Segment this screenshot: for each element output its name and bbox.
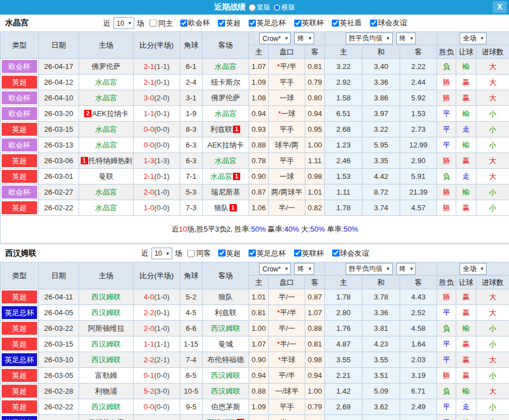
ah-home-odds: 0.81 bbox=[249, 305, 269, 321]
eu-home-odds: 2.69 bbox=[325, 399, 363, 415]
handicap-result: 走 bbox=[456, 169, 476, 184]
ah-home-odds: 1.07 bbox=[249, 336, 269, 352]
avg-odds-select[interactable]: 胜平负均值▼ bbox=[346, 33, 393, 44]
close-button[interactable]: X bbox=[493, 1, 507, 13]
competition-checkbox-input[interactable] bbox=[249, 19, 256, 26]
col-header-type: 类型 bbox=[1, 262, 39, 289]
fulltime-score: 1-0 bbox=[144, 204, 154, 212]
avg-final-select[interactable]: 终▼ bbox=[396, 263, 416, 275]
competition-checkbox[interactable]: 球会友谊 bbox=[366, 18, 407, 28]
wdl-result: 平 bbox=[437, 352, 456, 368]
scope-select[interactable]: 全场▼ bbox=[460, 263, 487, 275]
ah-away-odds: 0.79 bbox=[305, 75, 325, 90]
radio-horizontal-layout[interactable]: 横版 bbox=[273, 3, 295, 12]
away-team: 狼队 bbox=[203, 289, 249, 305]
col-header-wdl: 胜负 bbox=[437, 45, 456, 59]
away-team: 水晶宫 bbox=[203, 153, 249, 169]
odds-source-select[interactable]: Crow*▼ bbox=[259, 33, 291, 44]
competition-checkbox-input[interactable] bbox=[218, 250, 226, 257]
wdl-result: 勝 bbox=[437, 153, 456, 169]
ah-away-odds: 1.01 bbox=[305, 184, 325, 200]
avg-odds-select[interactable]: 胜平负均值▼ bbox=[346, 263, 393, 275]
competition-checkbox[interactable]: 英足总杯 bbox=[245, 248, 286, 258]
eu-home-odds: 2.80 bbox=[325, 305, 363, 321]
competition-checkbox-input[interactable] bbox=[332, 19, 340, 26]
fulltime-score: 0-0 bbox=[144, 141, 154, 149]
match-date: 26-03-13 bbox=[39, 137, 79, 153]
eu-draw-odds: 3.55 bbox=[363, 352, 400, 368]
competition-checkbox-input[interactable] bbox=[294, 250, 301, 257]
ah-home-odds: 0.90 bbox=[249, 352, 269, 368]
result-header: 全场▼ bbox=[437, 262, 509, 276]
halftime-score: (0-0) bbox=[154, 141, 169, 149]
competition-checkbox-input[interactable] bbox=[294, 19, 301, 26]
eu-away-odds: 5.91 bbox=[400, 169, 437, 184]
home-team: 保顿艾尔宾 bbox=[79, 415, 134, 420]
competition-filters: 英超 英足总杯 英联杯 球会友谊 bbox=[212, 248, 369, 259]
matches-label: 场 bbox=[175, 248, 182, 259]
competition-checkbox[interactable]: 球会友谊 bbox=[328, 248, 369, 258]
odds-source-select[interactable]: Crow*▼ bbox=[259, 263, 291, 275]
competition-checkbox[interactable]: 英足总杯 bbox=[245, 18, 286, 28]
scope-select[interactable]: 全场▼ bbox=[460, 33, 487, 44]
match-row: 欧会杯 26-04-17 佛罗伦萨 2-1(1-1) 6-1 水晶宫 1.07 … bbox=[1, 59, 509, 75]
odds-final-select[interactable]: 终▼ bbox=[294, 263, 314, 275]
eu-draw-odds: 3.51 bbox=[363, 368, 400, 384]
competition-checkbox-input[interactable] bbox=[370, 19, 377, 26]
match-date: 26-03-05 bbox=[39, 368, 79, 384]
competition-checkbox[interactable]: 英联杯 bbox=[290, 18, 324, 28]
competition-cell: 英超 bbox=[1, 153, 39, 169]
competition-cell: 英超 bbox=[1, 200, 39, 216]
radio-horizontal-input[interactable] bbox=[273, 4, 281, 11]
competition-checkbox[interactable]: 英社盾 bbox=[328, 18, 362, 28]
same-home-checkbox[interactable]: 同主 bbox=[145, 18, 174, 28]
competition-badge: 英超 bbox=[2, 400, 37, 413]
competition-label: 英超 bbox=[226, 18, 241, 28]
match-row: 英超 26-02-22 水晶宫 1-0(0-0) 7-3 狼队1 1.06 半/… bbox=[1, 200, 509, 216]
wdl-result: 平 bbox=[437, 415, 456, 420]
competition-checkbox[interactable]: 英超 bbox=[214, 18, 241, 28]
competition-label: 英足总杯 bbox=[256, 248, 286, 258]
score-cell: 4-0(1-0) bbox=[134, 289, 180, 305]
goals-result: 大 bbox=[476, 305, 509, 321]
competition-checkbox[interactable]: 英超 bbox=[214, 248, 241, 258]
match-row: 英足总杯 26-04-05 西汉姆联 2-2(0-1) 4-5 利兹联 0.81… bbox=[1, 305, 509, 321]
halftime-score: (1-1) bbox=[154, 340, 169, 348]
handicap-result: 輸 bbox=[456, 106, 476, 122]
same-away-checkbox[interactable]: 同客 bbox=[184, 248, 212, 259]
competition-label: 英联杯 bbox=[302, 248, 324, 258]
competition-checkbox-input[interactable] bbox=[218, 19, 226, 26]
avg-final-select[interactable]: 终▼ bbox=[396, 33, 416, 44]
match-row: 英超 26-03-06 1托特纳姆热刺 1-3(1-3) 6-3 水晶宫 0.7… bbox=[1, 153, 509, 169]
competition-checkbox-input[interactable] bbox=[180, 19, 187, 26]
same-away-checkbox-input[interactable] bbox=[187, 250, 195, 257]
eu-away-odds: 12.99 bbox=[400, 137, 437, 153]
eu-draw-odds: 5.95 bbox=[363, 137, 400, 153]
score-cell: 2-1(0-1) bbox=[134, 75, 180, 90]
competition-checkbox[interactable]: 欧会杯 bbox=[176, 18, 210, 28]
ah-home-odds: 1.01 bbox=[249, 289, 269, 305]
score-cell: 2-1(1-1) bbox=[134, 59, 180, 75]
competition-checkbox-input[interactable] bbox=[332, 250, 340, 257]
corners-cell: 5-2 bbox=[180, 289, 203, 305]
corners-cell: 8-3 bbox=[180, 122, 203, 137]
match-count-select[interactable]: 10 ▼ bbox=[113, 17, 134, 29]
match-count-select[interactable]: 10 ▼ bbox=[151, 247, 172, 259]
same-home-checkbox-input[interactable] bbox=[149, 20, 157, 27]
fulltime-score: 2-1 bbox=[144, 78, 154, 86]
home-team: 西汉姆联 bbox=[79, 352, 134, 368]
away-team: 西汉姆联1 bbox=[203, 415, 249, 420]
odds-final-select[interactable]: 终▼ bbox=[294, 33, 314, 44]
competition-checkbox-input[interactable] bbox=[249, 250, 256, 257]
ah-home-odds: 1.00 bbox=[249, 321, 269, 336]
competition-badge: 英超 bbox=[2, 170, 37, 183]
chevron-down-icon: ▼ bbox=[410, 266, 414, 271]
radio-vertical-input[interactable] bbox=[249, 4, 256, 11]
ah-away-odds: 0.87 bbox=[305, 289, 325, 305]
goals-result: 大 bbox=[476, 59, 509, 75]
eu-away-odds: 2.73 bbox=[400, 122, 437, 137]
radio-vertical-layout[interactable]: 竖版 bbox=[249, 3, 270, 12]
goals-result: 小 bbox=[476, 200, 509, 216]
competition-checkbox[interactable]: 英联杯 bbox=[290, 248, 324, 258]
ah-away-odds: 1.00 bbox=[305, 137, 325, 153]
